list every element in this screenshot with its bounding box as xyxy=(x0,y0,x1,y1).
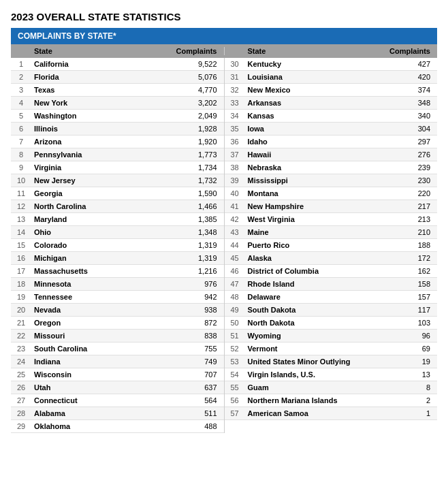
row-complaints: 1,319 xyxy=(170,254,224,262)
row-rank: 26 xyxy=(11,383,31,392)
row-rank: 10 xyxy=(11,176,31,185)
row-complaints: 1,928 xyxy=(170,125,224,133)
table-row: 32 New Mexico 374 xyxy=(225,84,438,97)
row-rank: 29 xyxy=(11,422,31,430)
row-complaints: 749 xyxy=(170,357,224,366)
row-complaints: 19 xyxy=(383,357,437,366)
row-state: California xyxy=(31,60,170,68)
row-complaints: 1,590 xyxy=(170,189,224,197)
row-state: Arkansas xyxy=(245,99,383,107)
row-complaints: 217 xyxy=(383,202,437,210)
row-state: Puerto Rico xyxy=(245,241,383,249)
row-complaints: 220 xyxy=(383,189,437,197)
row-complaints: 340 xyxy=(383,112,437,120)
row-state: United States Minor Outlying xyxy=(245,357,383,366)
row-complaints: 1,773 xyxy=(170,150,224,159)
row-rank: 36 xyxy=(225,138,245,146)
row-state: District of Columbia xyxy=(245,267,383,275)
row-complaints: 5,076 xyxy=(170,73,224,81)
table-row: 16 Michigan 1,319 xyxy=(11,252,224,265)
row-state: Missouri xyxy=(31,332,170,340)
table-row: 48 Delaware 157 xyxy=(225,291,438,304)
row-rank: 47 xyxy=(225,280,245,288)
table-row: 8 Pennsylvania 1,773 xyxy=(11,148,224,161)
row-complaints: 976 xyxy=(170,280,224,288)
row-state: Mississippi xyxy=(245,176,383,185)
row-rank: 53 xyxy=(225,357,245,366)
row-rank: 11 xyxy=(11,189,31,197)
row-rank: 18 xyxy=(11,280,31,288)
table-row: 10 New Jersey 1,732 xyxy=(11,174,224,187)
row-rank: 13 xyxy=(11,215,31,223)
right-column: 30 Kentucky 427 31 Louisiana 420 32 New … xyxy=(225,58,438,433)
table-row: 34 Kansas 340 xyxy=(225,110,438,123)
table-row: 23 South Carolina 755 xyxy=(11,343,224,355)
row-complaints: 2 xyxy=(383,396,437,404)
row-state: Vermont xyxy=(245,345,383,353)
col-header-complaints-left: Complaints xyxy=(170,47,224,55)
row-state: North Carolina xyxy=(31,202,170,210)
row-state: Idaho xyxy=(245,138,383,146)
row-state: American Samoa xyxy=(245,409,383,417)
table-row: 29 Oklahoma 488 xyxy=(11,420,224,433)
col-header-state-left: State xyxy=(31,47,170,55)
table-row: 53 United States Minor Outlying 19 xyxy=(225,355,438,368)
row-complaints: 3,202 xyxy=(170,99,224,107)
table-row: 51 Wyoming 96 xyxy=(225,330,438,343)
row-complaints: 1,216 xyxy=(170,267,224,275)
row-rank: 39 xyxy=(225,176,245,185)
row-complaints: 1,734 xyxy=(170,163,224,172)
table-row: 24 Indiana 749 xyxy=(11,355,224,368)
row-complaints: 348 xyxy=(383,99,437,107)
row-complaints: 297 xyxy=(383,138,437,146)
row-complaints: 564 xyxy=(170,396,224,404)
row-rank: 42 xyxy=(225,215,245,223)
row-complaints: 2,049 xyxy=(170,112,224,120)
row-rank: 57 xyxy=(225,409,245,417)
row-rank: 44 xyxy=(225,241,245,249)
row-rank: 51 xyxy=(225,332,245,340)
row-state: South Carolina xyxy=(31,345,170,353)
row-complaints: 304 xyxy=(383,125,437,133)
row-state: Louisiana xyxy=(245,73,383,81)
row-rank: 23 xyxy=(11,345,31,353)
table-row: 1 California 9,522 xyxy=(11,58,224,71)
row-state: Wisconsin xyxy=(31,370,170,379)
table-row: 38 Nebraska 239 xyxy=(225,161,438,174)
table-row: 9 Virginia 1,734 xyxy=(11,161,224,174)
column-headers: State Complaints State Complaints xyxy=(11,44,437,58)
row-complaints: 942 xyxy=(170,293,224,301)
row-state: Kentucky xyxy=(245,60,383,68)
row-rank: 2 xyxy=(11,73,31,81)
row-complaints: 239 xyxy=(383,163,437,172)
row-state: New Jersey xyxy=(31,176,170,185)
row-rank: 35 xyxy=(225,125,245,133)
table-row: 15 Colorado 1,319 xyxy=(11,239,224,252)
table-row: 39 Mississippi 230 xyxy=(225,174,438,187)
col-header-state-right: State xyxy=(245,47,383,55)
row-rank: 48 xyxy=(225,293,245,301)
row-complaints: 707 xyxy=(170,370,224,379)
row-rank: 12 xyxy=(11,202,31,210)
table-row: 28 Alabama 511 xyxy=(11,407,224,420)
row-state: Tennessee xyxy=(31,293,170,301)
row-complaints: 1,319 xyxy=(170,241,224,249)
table-row: 49 South Dakota 117 xyxy=(225,304,438,317)
row-state: Georgia xyxy=(31,189,170,197)
col-header-complaints-right: Complaints xyxy=(383,47,437,55)
table-row: 22 Missouri 838 xyxy=(11,330,224,343)
data-table: 1 California 9,522 2 Florida 5,076 3 Tex… xyxy=(11,58,437,433)
row-rank: 38 xyxy=(225,163,245,172)
row-state: Indiana xyxy=(31,357,170,366)
row-state: Maryland xyxy=(31,215,170,223)
row-rank: 25 xyxy=(11,370,31,379)
row-rank: 55 xyxy=(225,383,245,392)
row-state: Texas xyxy=(31,86,170,94)
row-rank: 40 xyxy=(225,189,245,197)
row-complaints: 210 xyxy=(383,228,437,236)
table-row: 7 Arizona 1,920 xyxy=(11,136,224,148)
row-rank: 32 xyxy=(225,86,245,94)
row-state: Arizona xyxy=(31,138,170,146)
table-row: 21 Oregon 872 xyxy=(11,317,224,330)
row-complaints: 172 xyxy=(383,254,437,262)
